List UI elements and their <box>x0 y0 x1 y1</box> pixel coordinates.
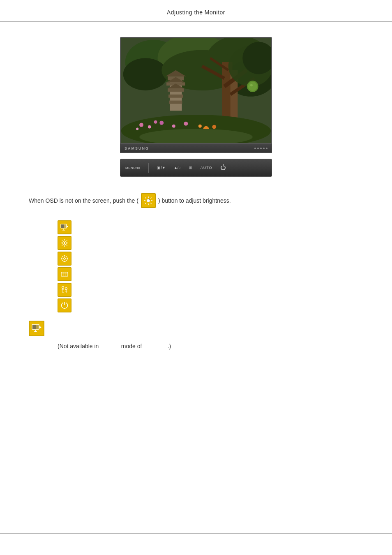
monitor-screen <box>120 37 272 144</box>
icons-column <box>25 220 367 312</box>
description-after-text: ) button to adjust brightness. <box>158 197 231 204</box>
svg-line-47 <box>150 198 151 199</box>
control-bar-wrapper: MENU/III ▣/▼ ▲/○ ⊞ AUTO – <box>25 159 367 177</box>
svg-point-33 <box>184 122 188 126</box>
svg-point-26 <box>248 82 257 91</box>
monitor-container: SAMSUNG <box>120 37 272 153</box>
description-row: When OSD is not on the screen, push the … <box>25 193 367 208</box>
monitor-btn-dot-5 <box>266 148 267 149</box>
svg-line-45 <box>145 198 146 199</box>
ctrl-minus-label: – <box>234 165 237 170</box>
monitor-btn-dot-3 <box>260 148 262 149</box>
svg-line-63 <box>66 245 67 245</box>
svg-rect-12 <box>168 95 183 98</box>
svg-point-66 <box>62 256 67 261</box>
osd-icon-size <box>58 267 71 281</box>
svg-line-62 <box>62 240 63 241</box>
monitor-btn-dot-1 <box>254 148 256 149</box>
svg-point-77 <box>62 287 64 289</box>
svg-line-48 <box>145 203 146 204</box>
svg-rect-54 <box>62 230 65 231</box>
svg-point-31 <box>159 121 164 125</box>
brightness-button-icon <box>141 193 156 208</box>
title-text: Adjusting the Monitor <box>167 9 225 16</box>
svg-point-34 <box>136 128 138 130</box>
svg-point-37 <box>212 125 216 129</box>
page-title: Adjusting the Monitor <box>0 0 392 25</box>
ctrl-power-icon <box>221 165 226 170</box>
ctrl-auto-label: AUTO <box>201 166 212 170</box>
svg-rect-11 <box>168 88 184 92</box>
large-icon-row <box>25 321 367 336</box>
description-before-text: When OSD is not on the screen, push the <box>29 197 135 204</box>
large-screen-icon <box>31 323 42 334</box>
garden-scene-svg <box>121 38 271 143</box>
svg-marker-90 <box>39 326 42 328</box>
svg-point-5 <box>123 58 168 90</box>
content-area: SAMSUNG MENU/III ▣/▼ ▲/○ ⊞ <box>0 29 392 374</box>
ctrl-menu-label: MENU/III <box>125 166 140 170</box>
monitor-btn-dot-4 <box>263 148 265 149</box>
svg-line-64 <box>66 240 67 241</box>
note-text: (Not available in <box>58 343 99 349</box>
svg-rect-52 <box>61 224 64 228</box>
sun-icon <box>144 196 153 205</box>
top-border <box>0 21 392 22</box>
open-paren: ( <box>136 197 138 204</box>
monitor-image-wrapper: SAMSUNG <box>25 37 367 153</box>
bottom-border <box>0 533 392 534</box>
svg-rect-13 <box>169 101 182 104</box>
svg-rect-87 <box>32 325 36 329</box>
monitor-btn-dot-2 <box>257 148 259 149</box>
svg-point-80 <box>65 288 67 290</box>
svg-marker-55 <box>67 225 68 228</box>
note-mode: mode of <box>121 343 142 349</box>
svg-point-30 <box>148 125 151 129</box>
svg-line-46 <box>150 203 151 204</box>
osd-icon-position <box>58 252 71 266</box>
svg-point-32 <box>172 125 175 128</box>
ctrl-divider-1 <box>148 163 149 173</box>
ctrl-fb-btn: ⊞ <box>189 166 192 170</box>
control-bar: MENU/III ▣/▼ ▲/○ ⊞ AUTO – <box>120 159 272 177</box>
svg-point-29 <box>139 123 143 127</box>
osd-icon-screen-mode <box>58 220 71 234</box>
monitor-buttons-right <box>254 148 267 149</box>
osd-icon-brightness <box>58 236 71 250</box>
svg-rect-89 <box>34 331 37 332</box>
note-end: .) <box>168 343 171 349</box>
large-osd-icon <box>29 321 44 336</box>
osd-icon-osd-off <box>58 298 71 312</box>
svg-point-35 <box>154 120 157 124</box>
monitor-base-bar: SAMSUNG <box>120 144 272 153</box>
svg-rect-72 <box>61 272 68 276</box>
svg-point-27 <box>250 84 253 86</box>
svg-line-65 <box>62 245 63 245</box>
svg-point-67 <box>64 258 66 260</box>
osd-icon-advanced <box>58 283 71 297</box>
svg-point-40 <box>147 199 150 202</box>
samsung-label: SAMSUNG <box>125 146 149 150</box>
svg-point-38 <box>198 125 202 128</box>
ctrl-ao-btn: ▲/○ <box>174 166 181 170</box>
svg-point-57 <box>64 242 65 244</box>
note-row: (Not available in mode of .) <box>25 343 367 349</box>
ctrl-dir-btn: ▣/▼ <box>157 166 165 170</box>
